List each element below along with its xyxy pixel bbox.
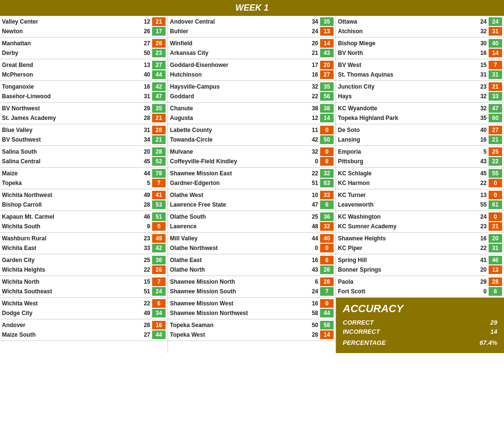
matchup-col1-11: Olathe East166Olathe North4326: [168, 254, 336, 276]
matchup-col0-0: Valley Center1221Newton2617: [0, 16, 168, 38]
team-score: 28: [139, 115, 152, 121]
team-score: 10: [307, 192, 320, 198]
team-name: Wichita Northwest: [2, 192, 139, 198]
team-name: KC Schlagle: [338, 170, 475, 177]
team-row: Blue Valley3128: [2, 125, 166, 135]
team-name: BV North: [338, 50, 475, 56]
team-score: 34: [307, 18, 320, 25]
team-score: 16: [475, 136, 489, 143]
team-score: 26: [139, 28, 152, 35]
team-row: Hutchinson1627: [170, 70, 334, 79]
team-name: Ottawa: [338, 18, 475, 25]
pick-box: 6: [489, 287, 502, 296]
team-score: 46: [139, 213, 152, 220]
matchup-col1-0: Andover Central3435Buhler2413: [168, 16, 336, 38]
pick-box: 55: [489, 169, 502, 178]
team-name: Haysville-Campus: [170, 83, 307, 90]
pick-box: 27: [489, 126, 502, 134]
pick-box: 0: [489, 179, 502, 187]
team-name: Kapaun Mt. Carmel: [2, 213, 139, 220]
pick-box: 21: [152, 17, 166, 26]
matchup-col1-10: Mill Valley4440Olathe Northwest00: [168, 233, 336, 254]
team-score: 20: [307, 40, 320, 47]
team-row: Lawrence4832: [170, 222, 334, 231]
team-row: Maize4478: [2, 169, 166, 178]
team-row: Augusta1214: [170, 113, 334, 123]
pick-box: 28: [489, 277, 502, 286]
team-row: Emporia525: [338, 147, 502, 157]
team-row: KC Washington240: [338, 212, 502, 222]
pick-box: 24: [489, 17, 502, 26]
team-row: Tonganoxie1642: [2, 82, 166, 92]
team-row: Andover2816: [2, 320, 166, 330]
team-name: KC Sumner Academy: [338, 223, 475, 230]
team-name: KC Piper: [338, 245, 475, 251]
pick-box: 41: [152, 191, 166, 199]
team-score: 16: [475, 235, 489, 242]
pick-box: 7: [489, 61, 502, 69]
team-score: 22: [139, 266, 152, 273]
team-score: 13: [139, 62, 152, 68]
team-row: KC Schlagle4555: [338, 169, 502, 178]
pick-box: 0: [489, 212, 502, 221]
pick-box: 14: [320, 330, 334, 339]
pick-box: 78: [152, 169, 166, 178]
team-name: Maize: [2, 170, 139, 177]
team-score: 51: [139, 288, 152, 295]
team-row: Ottawa2424: [338, 17, 502, 26]
matchup-col2-5: De Soto4027Lansing1621: [336, 124, 504, 146]
team-name: Wichita East: [2, 245, 139, 251]
team-row: Shawnee Heights1620: [338, 234, 502, 243]
team-score: 45: [475, 170, 489, 177]
matchup-col0-6: Salina South2028Salina Central4552: [0, 146, 168, 168]
matchup-col0-8: Wichita Northwest4941Bishop Carroll2853: [0, 189, 168, 211]
pick-box: 35: [320, 82, 334, 91]
pick-box: 52: [152, 157, 166, 166]
team-row: BV Southwest3421: [2, 135, 166, 145]
team-name: Winfield: [170, 40, 307, 47]
team-row: Labette County110: [170, 125, 334, 135]
team-score: 50: [139, 50, 152, 56]
team-row: Atchison3231: [338, 26, 502, 36]
pick-box: 7: [320, 287, 334, 296]
team-row: Washburn Rural2349: [2, 234, 166, 243]
pick-box: 26: [152, 39, 166, 48]
team-name: Olathe Northwest: [170, 245, 307, 251]
team-score: 0: [307, 245, 320, 251]
team-score: 0: [307, 158, 320, 165]
team-score: 13: [475, 192, 489, 198]
team-name: Goddard: [170, 93, 307, 100]
accuracy-incorrect-value: 14: [491, 328, 497, 335]
team-score: 24: [307, 288, 320, 295]
team-name: BV Southwest: [2, 136, 139, 143]
pick-box: 23: [152, 49, 166, 57]
team-name: Olathe North: [170, 266, 307, 273]
pick-box: 43: [320, 49, 334, 57]
team-score: 41: [475, 257, 489, 263]
team-score: 32: [475, 93, 489, 100]
team-name: Washburn Rural: [2, 235, 139, 242]
matchup-col1-12: Shawnee Mission North628Shawnee Mission …: [168, 276, 336, 298]
team-name: Towanda-Circle: [170, 136, 307, 143]
team-score: 5: [475, 148, 489, 155]
team-name: Chanute: [170, 105, 307, 112]
pick-box: 28: [152, 126, 166, 134]
pick-box: 24: [152, 287, 166, 296]
team-name: Topeka West: [170, 331, 307, 338]
pick-box: 16: [152, 321, 166, 329]
team-score: 38: [307, 105, 320, 112]
team-score: 34: [139, 136, 152, 143]
team-name: KC Washington: [338, 213, 475, 220]
team-name: Bishop Carroll: [2, 201, 139, 208]
pick-box: 7: [152, 179, 166, 187]
team-score: 24: [475, 213, 489, 220]
pick-box: 21: [489, 135, 502, 144]
team-row: Chanute3838: [170, 104, 334, 113]
pick-box: 31: [489, 27, 502, 36]
matchup-col0-12: Wichita North157Wichita Southeast5124: [0, 276, 168, 298]
team-score: 22: [307, 170, 320, 177]
matchup-col1-6: Mulvane320Coffeyville-Field Kindley08: [168, 146, 336, 168]
pick-box: 36: [320, 212, 334, 221]
team-name: Shawnee Mission North: [170, 278, 307, 285]
team-score: 12: [307, 115, 320, 121]
